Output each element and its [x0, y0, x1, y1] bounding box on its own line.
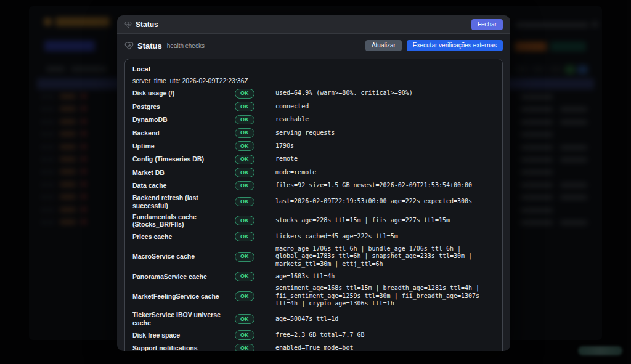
- check-row: Config (Timeseries DB) OK remote: [132, 153, 495, 166]
- check-value: remote: [269, 155, 495, 163]
- check-value: enabled=True mode=bot: [269, 344, 495, 351]
- check-row: Disk usage (/) OK used=64.9% (warn>=80%,…: [132, 87, 495, 100]
- screen: Status Fechar Status health checks Atual…: [0, 0, 631, 364]
- check-list: Disk usage (/) OK used=64.9% (warn>=80%,…: [132, 87, 495, 351]
- check-label: Disk usage (/): [132, 89, 235, 97]
- status-badge: OK: [235, 344, 254, 351]
- check-label: Config (Timeseries DB): [132, 155, 235, 163]
- status-badge: OK: [235, 232, 254, 241]
- check-row: Backend OK serving requests: [132, 126, 495, 139]
- check-row: PanoramaService cache OK age=1603s ttl=4…: [132, 270, 495, 283]
- check-label: Prices cache: [132, 233, 235, 241]
- status-badge: OK: [235, 252, 254, 262]
- heart-pulse-icon: [124, 21, 132, 28]
- status-badge: OK: [235, 89, 254, 99]
- section-title: Local: [132, 65, 495, 73]
- check-value: used=64.9% (warn>=80%, critical>=90%): [269, 89, 495, 97]
- page-subtitle: health checks: [167, 42, 205, 49]
- check-row: MacroService cache OK macro_age=1706s tt…: [132, 243, 495, 270]
- check-row: Postgres OK connected: [132, 100, 495, 113]
- page-title: Status: [137, 41, 162, 51]
- check-value: reachable: [269, 116, 495, 124]
- check-row: TickerService IBOV universe cache OK age…: [132, 310, 495, 329]
- check-row: Fundamentals cache (Stocks_BR/FIIs) OK s…: [132, 211, 495, 230]
- check-value: sentiment_age=168s ttl=15m | breadth_age…: [269, 285, 495, 308]
- check-value: free=2.3 GB total=7.7 GB: [269, 331, 495, 339]
- check-row: Data cache OK files=92 size=1.5 GB newes…: [132, 179, 495, 192]
- check-value: tickers_cached=45 age=222s ttl=5m: [269, 233, 495, 241]
- check-value: connected: [269, 103, 495, 111]
- check-row: Disk free space OK free=2.3 GB total=7.7…: [132, 328, 495, 341]
- status-badge: OK: [235, 115, 254, 125]
- status-badge: OK: [235, 168, 254, 177]
- server-time-text: server_time_utc: 2026-02-09T22:23:36Z: [132, 77, 495, 84]
- check-row: MarketFeelingService cache OK sentiment_…: [132, 283, 495, 310]
- status-badge: OK: [235, 128, 254, 138]
- check-label: MacroService cache: [132, 253, 235, 261]
- status-modal: Status Fechar Status health checks Atual…: [117, 15, 510, 351]
- run-external-checks-button[interactable]: Executar verificações externas: [407, 40, 503, 51]
- check-label: Disk free space: [132, 331, 235, 339]
- check-row: DynamoDB OK reachable: [132, 113, 495, 126]
- check-label: TickerService IBOV universe cache: [132, 311, 235, 326]
- refresh-button[interactable]: Atualizar: [365, 40, 402, 51]
- status-badge: OK: [235, 197, 254, 207]
- background-floating-button: [578, 346, 622, 355]
- health-checks-panel[interactable]: Local server_time_utc: 2026-02-09T22:23:…: [124, 59, 503, 351]
- check-label: Uptime: [132, 142, 235, 150]
- status-badge: OK: [235, 181, 254, 191]
- check-row: Uptime OK 1790s: [132, 140, 495, 153]
- check-label: Fundamentals cache (Stocks_BR/FIIs): [132, 213, 235, 229]
- status-badge: OK: [235, 155, 254, 164]
- modal-header: Status health checks Atualizar Executar …: [117, 34, 510, 56]
- modal-titlebar: Status Fechar: [117, 15, 510, 34]
- check-row: Market DB OK mode=remote: [132, 166, 495, 179]
- check-label: Backend: [132, 129, 235, 137]
- check-label: Postgres: [132, 103, 235, 111]
- check-label: Support notifications: [132, 344, 235, 351]
- check-value: files=92 size=1.5 GB newest=2026-02-09T2…: [269, 182, 495, 190]
- status-badge: OK: [235, 314, 254, 324]
- status-badge: OK: [235, 141, 254, 151]
- check-label: PanoramaService cache: [132, 273, 235, 281]
- status-badge: OK: [235, 102, 254, 111]
- check-label: Market DB: [132, 169, 235, 177]
- check-label: DynamoDB: [132, 116, 235, 124]
- check-value: stocks_age=228s ttl=15m | fiis_age=227s …: [269, 217, 495, 225]
- check-value: last=2026-02-09T22:19:53+00:00 age=222s …: [269, 198, 495, 206]
- check-value: 1790s: [269, 142, 495, 150]
- check-value: age=1603s ttl=4h: [269, 273, 495, 281]
- check-label: MarketFeelingService cache: [132, 293, 235, 301]
- status-badge: OK: [235, 291, 254, 301]
- check-row: Prices cache OK tickers_cached=45 age=22…: [132, 230, 495, 243]
- status-badge: OK: [235, 272, 254, 281]
- status-badge: OK: [235, 330, 254, 340]
- close-button[interactable]: Fechar: [471, 19, 503, 30]
- check-row: Backend refresh (last successful) OK las…: [132, 192, 495, 211]
- check-row: Support notifications OK enabled=True mo…: [132, 342, 495, 351]
- check-value: serving requests: [269, 129, 495, 137]
- check-value: mode=remote: [269, 169, 495, 177]
- modal-title: Status: [136, 20, 158, 29]
- check-value: age=50047s ttl=1d: [269, 315, 495, 323]
- heart-pulse-icon: [124, 41, 134, 51]
- check-value: macro_age=1706s ttl=6h | bundle_age=1706…: [269, 245, 495, 269]
- check-label: Backend refresh (last successful): [132, 194, 235, 209]
- status-badge: OK: [235, 216, 254, 225]
- check-label: Data cache: [132, 182, 235, 190]
